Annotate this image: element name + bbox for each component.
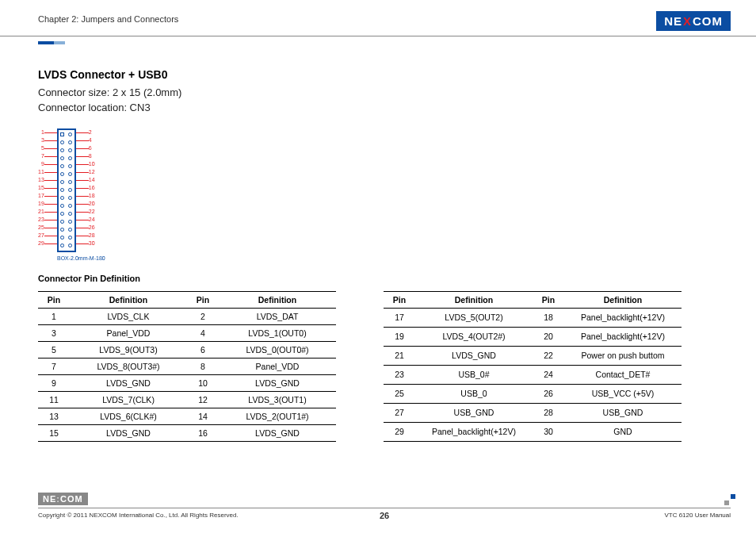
definition-cell: LVDS_DAT (219, 308, 336, 324)
pin-cell: 12 (187, 391, 219, 408)
definition-cell: LVDS_1(OUT0) (219, 324, 336, 341)
pin-cell: 1 (38, 308, 70, 324)
pin-cell: 29 (384, 422, 415, 441)
pin-lines-left (44, 128, 57, 247)
pin-cell: 18 (533, 308, 564, 327)
table-row: 29Panel_backlight(+12V)30GND (384, 422, 682, 441)
definition-cell: LVDS_2(OUT1#) (219, 408, 336, 424)
definition-cell: Panel_VDD (70, 324, 187, 341)
table-row: 7LVDS_8(OUT3#)8Panel_VDD (38, 358, 336, 374)
pin-label: 8 (89, 152, 95, 160)
copyright: Copyright © 2011 NEXCOM International Co… (38, 512, 239, 519)
table-row: 17LVDS_5(OUT2)18Panel_backlight(+12V) (384, 308, 682, 327)
pin-label: 9 (38, 160, 44, 168)
pin-label: 28 (89, 232, 95, 240)
pin-label: 25 (38, 224, 44, 232)
pin-table-left: Pin Definition Pin Definition 1LVDS_CLK2… (38, 291, 336, 442)
pin-label: 20 (89, 200, 95, 208)
pin-cell: 20 (533, 327, 564, 346)
pin-label: 27 (38, 232, 44, 240)
pin-cell: 28 (533, 403, 564, 422)
connector-diagram: 1357911131517192123252729 24681012141618… (38, 128, 718, 252)
table-row: 13LVDS_6(CLK#)14LVDS_2(OUT1#) (38, 408, 336, 424)
pin-label: 6 (89, 144, 95, 152)
pin-label: 4 (89, 136, 95, 144)
definition-cell: LVDS_9(OUT3) (70, 341, 187, 358)
pin-lines-right (76, 128, 89, 247)
table-row: 11LVDS_7(CLK)12LVDS_3(OUT1) (38, 391, 336, 408)
col-def: Definition (564, 291, 682, 308)
pin-cell: 14 (187, 408, 219, 424)
col-def: Definition (70, 291, 187, 308)
definition-cell: USB_GND (415, 403, 533, 422)
pin-cell: 23 (384, 365, 415, 384)
pin-label: 11 (38, 168, 44, 176)
definition-cell: Power on push buttom (564, 346, 682, 365)
pin-label: 17 (38, 192, 44, 200)
definition-cell: LVDS_7(CLK) (70, 391, 187, 408)
pin-table-right: Pin Definition Pin Definition 17LVDS_5(O… (384, 291, 682, 442)
connector-location: Connector location: CN3 (38, 101, 718, 116)
table-row: 5LVDS_9(OUT3)6LVDS_0(OUT0#) (38, 341, 336, 358)
pin-cell: 24 (533, 365, 564, 384)
pin-cell: 7 (38, 358, 70, 374)
pin-cell: 25 (384, 384, 415, 403)
definition-cell: LVDS_CLK (70, 308, 187, 324)
pin-label: 21 (38, 208, 44, 216)
pin-label: 3 (38, 136, 44, 144)
table-row: 25USB_026USB_VCC (+5V) (384, 384, 682, 403)
definition-cell: LVDS_GND (219, 374, 336, 391)
table-row: 1LVDS_CLK2LVDS_DAT (38, 308, 336, 324)
definition-cell: LVDS_6(CLK#) (70, 408, 187, 424)
table-row: 15LVDS_GND16LVDS_GND (38, 424, 336, 441)
pin-cell: 15 (38, 424, 70, 441)
diagram-caption: BOX-2.0mm-M-180 (57, 255, 718, 261)
definition-cell: LVDS_GND (219, 424, 336, 441)
pin-cell: 19 (384, 327, 415, 346)
pin-label: 7 (38, 152, 44, 160)
pin-cell: 30 (533, 422, 564, 441)
chapter-title: Chapter 2: Jumpers and Connectors (38, 14, 178, 24)
definition-cell: Panel_backlight(+12V) (564, 308, 682, 327)
pin-cell: 21 (384, 346, 415, 365)
pin-cell: 9 (38, 374, 70, 391)
pin-cell: 16 (187, 424, 219, 441)
pin-label: 5 (38, 144, 44, 152)
pin-label: 26 (89, 224, 95, 232)
table-row: 27USB_GND28USB_GND (384, 403, 682, 422)
definition-cell: Panel_VDD (219, 358, 336, 374)
pin-cell: 17 (384, 308, 415, 327)
col-pin: Pin (533, 291, 564, 308)
definition-cell: Panel_backlight(+12V) (415, 422, 533, 441)
table-row: 21LVDS_GND22Power on push buttom (384, 346, 682, 365)
pin-cell: 5 (38, 341, 70, 358)
pin-cell: 27 (384, 403, 415, 422)
definition-cell: Panel_backlight(+12V) (564, 327, 682, 346)
footer-logo: NE:COM (38, 493, 88, 505)
col-pin: Pin (384, 291, 415, 308)
connector-size: Connector size: 2 x 15 (2.0mm) (38, 86, 718, 101)
table-row: 9LVDS_GND10LVDS_GND (38, 374, 336, 391)
pin-cell: 4 (187, 324, 219, 341)
corner-mark-icon (724, 494, 735, 505)
definition-cell: LVDS_4(OUT2#) (415, 327, 533, 346)
section-info: Connector size: 2 x 15 (2.0mm) Connector… (38, 86, 718, 116)
col-pin: Pin (187, 291, 219, 308)
pin-cell: 26 (533, 384, 564, 403)
pin-label: 19 (38, 200, 44, 208)
pin-label: 24 (89, 216, 95, 224)
pin-label: 12 (89, 168, 95, 176)
logo-x-icon: X (683, 14, 692, 28)
definition-cell: LVDS_8(OUT3#) (70, 358, 187, 374)
table-caption: Connector Pin Definition (38, 274, 718, 283)
pin-label: 1 (38, 128, 44, 136)
col-pin: Pin (38, 291, 70, 308)
col-def: Definition (415, 291, 533, 308)
pin-label: 23 (38, 216, 44, 224)
definition-cell: LVDS_GND (415, 346, 533, 365)
definition-cell: GND (564, 422, 682, 441)
pin-cell: 13 (38, 408, 70, 424)
pin-cell: 2 (187, 308, 219, 324)
pin-label: 29 (38, 240, 44, 247)
table-row: 19LVDS_4(OUT2#)20Panel_backlight(+12V) (384, 327, 682, 346)
